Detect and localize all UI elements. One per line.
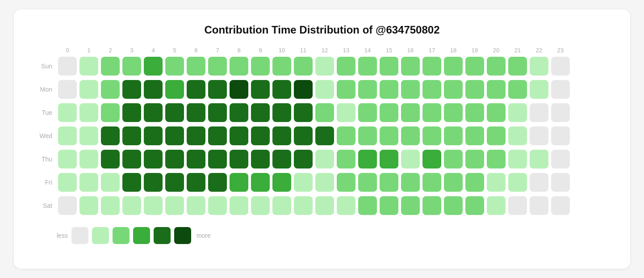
cell-thu-19 xyxy=(465,150,484,168)
cell-tue-11 xyxy=(294,103,313,122)
cell-thu-15 xyxy=(380,150,398,168)
cell-tue-21 xyxy=(508,103,527,122)
cell-wed-22 xyxy=(530,126,548,145)
cell-thu-8 xyxy=(230,150,248,168)
cell-wed-10 xyxy=(272,126,291,145)
cell-fri-12 xyxy=(315,173,334,192)
cell-sun-7 xyxy=(208,57,227,76)
cell-sun-20 xyxy=(487,57,506,76)
cell-mon-7 xyxy=(208,80,227,99)
cell-wed-19 xyxy=(465,126,484,145)
cell-thu-5 xyxy=(165,150,184,168)
cell-tue-12 xyxy=(315,103,334,122)
cell-wed-9 xyxy=(251,126,270,145)
cell-wed-21 xyxy=(508,126,527,145)
cell-tue-6 xyxy=(187,103,205,122)
hour-label-9: 9 xyxy=(250,47,271,54)
hour-label-0: 0 xyxy=(57,47,78,54)
cell-wed-2 xyxy=(101,126,120,145)
cell-sat-2 xyxy=(101,196,120,215)
cell-tue-3 xyxy=(122,103,141,122)
cell-fri-14 xyxy=(358,173,377,192)
chart-title: Contribution Time Distribution of @63475… xyxy=(32,24,612,36)
cell-sat-15 xyxy=(380,196,398,215)
cell-mon-22 xyxy=(530,80,548,99)
cell-mon-1 xyxy=(79,80,98,99)
legend-cell-3 xyxy=(133,227,150,244)
day-label-thu: Thu xyxy=(32,156,57,163)
cell-sun-13 xyxy=(337,57,355,76)
cell-tue-8 xyxy=(230,103,248,122)
cell-thu-12 xyxy=(315,150,334,168)
cell-fri-15 xyxy=(380,173,398,192)
cell-sat-11 xyxy=(294,196,313,215)
hour-label-5: 5 xyxy=(164,47,185,54)
cell-tue-0 xyxy=(58,103,77,122)
day-label-sun: Sun xyxy=(32,63,57,70)
hour-label-16: 16 xyxy=(400,47,421,54)
cell-thu-20 xyxy=(487,150,506,168)
cell-wed-16 xyxy=(401,126,420,145)
hour-label-6: 6 xyxy=(185,47,207,54)
cell-thu-23 xyxy=(551,150,570,168)
cell-sun-3 xyxy=(122,57,141,76)
cell-sun-17 xyxy=(422,57,441,76)
hour-label-18: 18 xyxy=(443,47,464,54)
cell-fri-10 xyxy=(272,173,291,192)
hour-label-1: 1 xyxy=(78,47,100,54)
cell-fri-1 xyxy=(79,173,98,192)
hour-label-14: 14 xyxy=(357,47,378,54)
row-thu: Thu xyxy=(32,148,612,170)
cell-sat-18 xyxy=(444,196,463,215)
cell-sat-5 xyxy=(165,196,184,215)
cell-tue-23 xyxy=(551,103,570,122)
row-sat: Sat xyxy=(32,195,612,216)
cell-mon-12 xyxy=(315,80,334,99)
legend-less-label: less xyxy=(57,232,68,239)
cell-fri-20 xyxy=(487,173,506,192)
cell-sun-16 xyxy=(401,57,420,76)
cell-wed-5 xyxy=(165,126,184,145)
row-wed: Wed xyxy=(32,125,612,147)
cell-sun-8 xyxy=(230,57,248,76)
cell-thu-11 xyxy=(294,150,313,168)
cell-sat-23 xyxy=(551,196,570,215)
cell-mon-21 xyxy=(508,80,527,99)
cell-wed-3 xyxy=(122,126,141,145)
cell-tue-19 xyxy=(465,103,484,122)
cell-tue-20 xyxy=(487,103,506,122)
cell-thu-0 xyxy=(58,150,77,168)
hour-label-19: 19 xyxy=(464,47,485,54)
cell-fri-9 xyxy=(251,173,270,192)
hour-label-11: 11 xyxy=(293,47,314,54)
cell-sun-5 xyxy=(165,57,184,76)
day-label-tue: Tue xyxy=(32,109,57,116)
cell-wed-7 xyxy=(208,126,227,145)
cell-tue-22 xyxy=(530,103,548,122)
hour-label-8: 8 xyxy=(228,47,250,54)
cell-wed-6 xyxy=(187,126,205,145)
cell-sat-13 xyxy=(337,196,355,215)
row-tue: Tue xyxy=(32,102,612,123)
cell-fri-2 xyxy=(101,173,120,192)
cell-tue-7 xyxy=(208,103,227,122)
cell-mon-20 xyxy=(487,80,506,99)
cell-sun-9 xyxy=(251,57,270,76)
cell-sun-0 xyxy=(58,57,77,76)
hour-label-20: 20 xyxy=(485,47,507,54)
cell-mon-13 xyxy=(337,80,355,99)
cell-mon-16 xyxy=(401,80,420,99)
hour-label-3: 3 xyxy=(121,47,142,54)
cell-wed-18 xyxy=(444,126,463,145)
row-mon: Mon xyxy=(32,79,612,100)
cell-sun-15 xyxy=(380,57,398,76)
cell-sat-7 xyxy=(208,196,227,215)
cell-fri-17 xyxy=(422,173,441,192)
hour-label-22: 22 xyxy=(528,47,550,54)
cell-fri-23 xyxy=(551,173,570,192)
cell-tue-2 xyxy=(101,103,120,122)
cell-sun-1 xyxy=(79,57,98,76)
hour-label-4: 4 xyxy=(142,47,164,54)
cell-thu-14 xyxy=(358,150,377,168)
cell-sat-4 xyxy=(144,196,163,215)
